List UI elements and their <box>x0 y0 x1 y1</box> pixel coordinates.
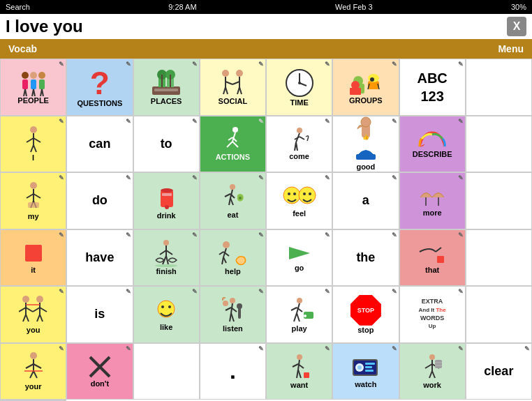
cell-to-label: to <box>161 137 172 151</box>
cell-my[interactable]: ✎ my <box>0 172 66 229</box>
close-button[interactable]: X <box>507 17 526 36</box>
cell-come[interactable]: ✎ come <box>266 116 332 173</box>
cell-drink-label: drink <box>157 211 176 220</box>
cell-stop[interactable]: ✎ STOP stop <box>332 286 399 343</box>
date-label: Wed Feb 3 <box>335 3 373 11</box>
stop-sign-icon: STOP <box>350 295 381 326</box>
cell-listen[interactable]: ✎ listen <box>200 286 266 343</box>
cell-i[interactable]: ✎ I <box>0 116 66 173</box>
svg-point-20 <box>222 70 229 77</box>
cell-that[interactable]: ✎ that <box>399 229 466 287</box>
cell-drink[interactable]: ✎ drink <box>133 172 200 229</box>
cell-more[interactable]: ✎ more <box>399 172 466 229</box>
svg-rect-5 <box>31 80 36 89</box>
svg-point-122 <box>158 301 175 317</box>
time-label: 9:28 AM <box>168 3 196 11</box>
menu-label[interactable]: Menu <box>498 43 524 54</box>
cell-actions[interactable]: ✎ ACTIONS <box>200 116 266 173</box>
cell-people[interactable]: ✎ PEOPLE <box>0 59 66 116</box>
cell-like[interactable]: ✎ like <box>133 286 200 343</box>
svg-line-82 <box>230 198 233 205</box>
cell-dont[interactable]: ✎ don't <box>66 343 133 400</box>
cell-to[interactable]: ✎ to <box>133 116 200 173</box>
cell-eat[interactable]: ✎ eat <box>200 172 266 229</box>
svg-line-167 <box>425 364 432 368</box>
cell-actions-label: ACTIONS <box>216 153 251 161</box>
cell-it-label: it <box>31 266 36 274</box>
svg-line-146 <box>30 371 34 378</box>
cell-extra[interactable]: ✎ EXTRAAnd It TheWORDSUp <box>399 286 466 343</box>
cell-people-label: PEOPLE <box>17 96 49 105</box>
svg-point-134 <box>297 298 302 303</box>
cell-can[interactable]: ✎ can <box>66 116 133 173</box>
cell-do[interactable]: ✎ do <box>66 172 133 229</box>
cell-empty-r4c8 <box>466 229 532 287</box>
cell-social[interactable]: ✎ SOCIAL <box>200 59 266 116</box>
cell-finish[interactable]: ✎ finish <box>133 229 200 287</box>
svg-line-95 <box>160 250 166 255</box>
page-title: I love you <box>6 17 83 36</box>
search-label: Search <box>6 3 30 11</box>
cell-clear[interactable]: ✎ clear <box>466 343 532 400</box>
dot-symbol: . <box>230 358 236 384</box>
svg-point-8 <box>38 72 45 79</box>
svg-line-145 <box>34 364 41 368</box>
cell-the[interactable]: ✎ the <box>332 229 399 287</box>
cell-your-label: your <box>25 382 42 391</box>
svg-line-120 <box>40 315 43 321</box>
svg-point-40 <box>370 77 374 82</box>
cell-your[interactable]: ✎ your <box>0 343 66 400</box>
cell-groups[interactable]: ✎ GROUPS <box>332 59 399 116</box>
svg-point-151 <box>297 354 302 360</box>
cell-it[interactable]: ✎ it <box>0 229 66 287</box>
svg-rect-164 <box>365 370 374 372</box>
title-bar: I love you X <box>0 14 532 39</box>
svg-point-93 <box>163 240 169 245</box>
svg-line-139 <box>297 313 300 321</box>
cell-groups-label: GROUPS <box>349 96 383 105</box>
svg-rect-92 <box>25 245 42 262</box>
svg-point-49 <box>232 127 238 133</box>
cell-dot[interactable]: ✎ . <box>200 343 266 400</box>
svg-rect-1 <box>22 80 28 89</box>
cell-you-label: you <box>27 326 40 334</box>
cell-go[interactable]: ✎ go <box>266 229 332 287</box>
cell-questions[interactable]: ✎ ? QUESTIONS <box>66 59 133 116</box>
cell-empty-r5c8 <box>466 286 532 343</box>
svg-line-45 <box>27 138 34 142</box>
svg-line-52 <box>232 142 238 147</box>
abc-text: ABC123 <box>417 69 447 105</box>
cell-empty-r2c8 <box>466 116 532 173</box>
cell-you[interactable]: ✎ you <box>0 286 66 343</box>
cell-play-label: play <box>292 324 307 333</box>
svg-line-111 <box>19 308 26 312</box>
cell-time[interactable]: ✎ TIME <box>266 59 332 116</box>
cell-describe[interactable]: ✎ DESCRIBE <box>399 116 466 173</box>
svg-line-136 <box>291 308 297 310</box>
cell-work[interactable]: ✎ work <box>399 343 466 400</box>
cell-like-label: like <box>160 323 172 331</box>
cell-have[interactable]: ✎ have <box>66 229 133 287</box>
cell-abc[interactable]: ✎ ABC123 <box>399 59 466 116</box>
cell-is[interactable]: ✎ is <box>66 286 133 343</box>
cell-feel[interactable]: ✎ feel <box>266 172 332 229</box>
cell-work-label: work <box>423 381 441 389</box>
svg-point-37 <box>351 81 360 89</box>
cell-watch[interactable]: ✎ watch <box>332 343 399 400</box>
vocab-label[interactable]: Vocab <box>8 43 37 54</box>
svg-line-118 <box>40 308 47 312</box>
cell-empty-r6c3 <box>133 343 200 400</box>
cell-a[interactable]: ✎ a <box>332 172 399 229</box>
cell-play[interactable]: ✎ play <box>266 286 332 343</box>
svg-point-142 <box>30 352 37 359</box>
svg-line-96 <box>166 250 172 255</box>
svg-line-170 <box>432 371 435 378</box>
cell-places[interactable]: ✎ PLACES <box>133 59 200 116</box>
cell-help[interactable]: ✎ help <box>200 229 266 287</box>
svg-line-112 <box>26 308 33 312</box>
cell-want[interactable]: ✎ want <box>266 343 332 400</box>
cell-good[interactable]: ✎ 👍 good <box>332 116 399 173</box>
svg-line-169 <box>429 371 432 378</box>
svg-line-104 <box>223 257 226 263</box>
svg-point-124 <box>168 305 171 308</box>
